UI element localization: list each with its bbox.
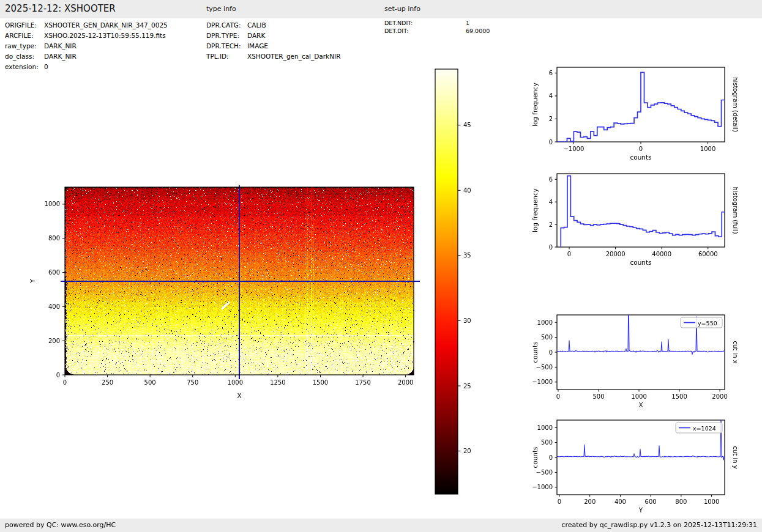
colorbar-hot bbox=[435, 69, 458, 494]
svg-text:counts: counts bbox=[531, 446, 539, 468]
svg-text:0: 0 bbox=[549, 454, 553, 461]
crosshair-horizontal-y550 bbox=[61, 281, 420, 282]
svg-text:y=550: y=550 bbox=[698, 320, 717, 327]
svg-text:log frequency: log frequency bbox=[531, 188, 539, 232]
svg-text:−500: −500 bbox=[536, 469, 553, 476]
cut-in-y-legend: x=1024 bbox=[676, 423, 722, 433]
histogram-detail-line bbox=[557, 72, 725, 142]
svg-text:1000: 1000 bbox=[228, 379, 243, 386]
report-title: 2025-12-12: XSHOOTER bbox=[5, 3, 116, 14]
type-info-row: TPL.ID:XSHOOTER_gen_cal_DarkNIR bbox=[206, 51, 340, 62]
file-info-label: do_class: bbox=[5, 51, 44, 62]
svg-text:1250: 1250 bbox=[270, 379, 285, 386]
type-info-block: DPR.CATG:CALIBDPR.TYPE:DARKDPR.TECH:IMAG… bbox=[206, 20, 340, 62]
type-info-section-label: type info bbox=[206, 5, 236, 13]
svg-text:2: 2 bbox=[549, 116, 553, 122]
svg-text:600: 600 bbox=[48, 269, 60, 276]
svg-text:0: 0 bbox=[556, 393, 560, 400]
svg-text:20000: 20000 bbox=[606, 251, 626, 257]
file-info-value: XSHOOTER_GEN_DARK_NIR_347_0025 bbox=[44, 21, 168, 29]
svg-text:−500: −500 bbox=[536, 364, 553, 371]
svg-text:600: 600 bbox=[645, 498, 657, 505]
type-info-value: DARK bbox=[247, 32, 265, 39]
svg-text:2000: 2000 bbox=[712, 393, 727, 400]
svg-text:60000: 60000 bbox=[698, 251, 718, 257]
footer-created-by: created by qc_rawdisp.py v1.2.3 on 2025-… bbox=[561, 521, 757, 529]
svg-text:1500: 1500 bbox=[313, 379, 328, 386]
svg-text:0: 0 bbox=[558, 498, 561, 505]
histogram-detail-panel: −1000010000246countslog frequencyhistogr… bbox=[531, 67, 739, 161]
setup-info-block: DET.NDIT:1DET.DIT:69.0000 bbox=[384, 19, 490, 35]
header-bar: 2025-12-12: XSHOOTER type info set-up in… bbox=[0, 0, 762, 18]
file-info-value: DARK_NIR bbox=[44, 42, 77, 50]
file-info-row: do_class:DARK_NIR bbox=[5, 51, 168, 62]
svg-text:800: 800 bbox=[675, 498, 687, 505]
setup-info-row: DET.DIT:69.0000 bbox=[384, 27, 490, 35]
svg-text:250: 250 bbox=[102, 379, 113, 386]
type-info-row: DPR.TYPE:DARK bbox=[206, 31, 340, 41]
type-info-value: CALIB bbox=[247, 21, 266, 29]
svg-text:4: 4 bbox=[549, 92, 553, 99]
file-info-value: 0 bbox=[44, 63, 48, 70]
type-info-label: DPR.TECH: bbox=[206, 41, 247, 51]
svg-text:X: X bbox=[638, 401, 643, 408]
svg-text:Y: Y bbox=[638, 506, 643, 514]
svg-text:6: 6 bbox=[549, 70, 553, 76]
svg-text:0: 0 bbox=[63, 379, 67, 386]
svg-text:200: 200 bbox=[584, 498, 596, 505]
svg-text:200: 200 bbox=[48, 338, 60, 344]
crosshair-vertical-x1024 bbox=[239, 185, 240, 379]
svg-text:counts: counts bbox=[630, 259, 651, 266]
setup-info-value: 1 bbox=[466, 20, 469, 26]
svg-text:histogram (full): histogram (full) bbox=[732, 187, 739, 234]
svg-text:40000: 40000 bbox=[652, 251, 671, 257]
histogram-full-line bbox=[561, 176, 725, 247]
svg-text:1500: 1500 bbox=[671, 393, 687, 400]
svg-text:0: 0 bbox=[56, 372, 60, 379]
svg-text:400: 400 bbox=[48, 303, 60, 310]
svg-text:0: 0 bbox=[567, 251, 571, 257]
setup-info-row: DET.NDIT:1 bbox=[384, 19, 490, 27]
svg-text:4: 4 bbox=[549, 199, 553, 205]
svg-text:30: 30 bbox=[463, 317, 471, 324]
histogram-full-panel: 02000040000600000246countslog frequencyh… bbox=[531, 174, 739, 266]
type-info-value: IMAGE bbox=[247, 42, 268, 50]
svg-text:0: 0 bbox=[549, 349, 553, 356]
setup-info-section-label: set-up info bbox=[384, 5, 420, 13]
type-info-row: DPR.TECH:IMAGE bbox=[206, 41, 340, 51]
svg-text:45: 45 bbox=[463, 122, 471, 128]
svg-text:40: 40 bbox=[463, 187, 471, 194]
svg-text:1000: 1000 bbox=[537, 424, 553, 431]
svg-text:log frequency: log frequency bbox=[531, 83, 539, 127]
svg-text:6: 6 bbox=[549, 176, 553, 183]
cut-in-x-legend: y=550 bbox=[681, 317, 722, 328]
file-info-row: extension:0 bbox=[5, 62, 168, 72]
footer-powered-by: powered by QC: www.eso.org/HC bbox=[5, 521, 116, 529]
svg-text:X: X bbox=[237, 392, 241, 399]
file-info-label: raw_type: bbox=[5, 41, 44, 51]
type-info-row: DPR.CATG:CALIB bbox=[206, 20, 340, 31]
svg-text:0: 0 bbox=[549, 139, 553, 146]
svg-text:1000: 1000 bbox=[700, 146, 715, 152]
svg-text:25: 25 bbox=[463, 383, 471, 390]
type-info-label: TPL.ID: bbox=[206, 51, 247, 62]
svg-text:20: 20 bbox=[463, 448, 471, 454]
svg-text:−1000: −1000 bbox=[532, 379, 553, 385]
setup-info-label: DET.NDIT: bbox=[384, 19, 466, 27]
svg-text:counts: counts bbox=[531, 341, 539, 363]
file-info-row: raw_type:DARK_NIR bbox=[5, 41, 168, 51]
file-info-row: ORIGFILE:XSHOOTER_GEN_DARK_NIR_347_0025 bbox=[5, 20, 168, 31]
svg-text:0: 0 bbox=[639, 146, 643, 152]
cut-in-x-panel: 050010001500200010005000−500−1000Xcounts… bbox=[531, 292, 739, 408]
file-info-block: ORIGFILE:XSHOOTER_GEN_DARK_NIR_347_0025A… bbox=[5, 20, 168, 72]
svg-text:counts: counts bbox=[630, 153, 651, 161]
svg-text:1000: 1000 bbox=[631, 393, 646, 400]
svg-text:−1000: −1000 bbox=[563, 146, 584, 152]
cut-in-y-panel: 0200400600800100010005000−500−1000Ycount… bbox=[531, 413, 739, 514]
type-info-value: XSHOOTER_gen_cal_DarkNIR bbox=[247, 53, 340, 60]
file-info-value: DARK_NIR bbox=[44, 53, 77, 60]
svg-text:1000: 1000 bbox=[704, 498, 719, 505]
svg-text:Y: Y bbox=[29, 279, 36, 284]
file-info-label: ARCFILE: bbox=[5, 31, 44, 41]
svg-text:1750: 1750 bbox=[355, 379, 370, 386]
